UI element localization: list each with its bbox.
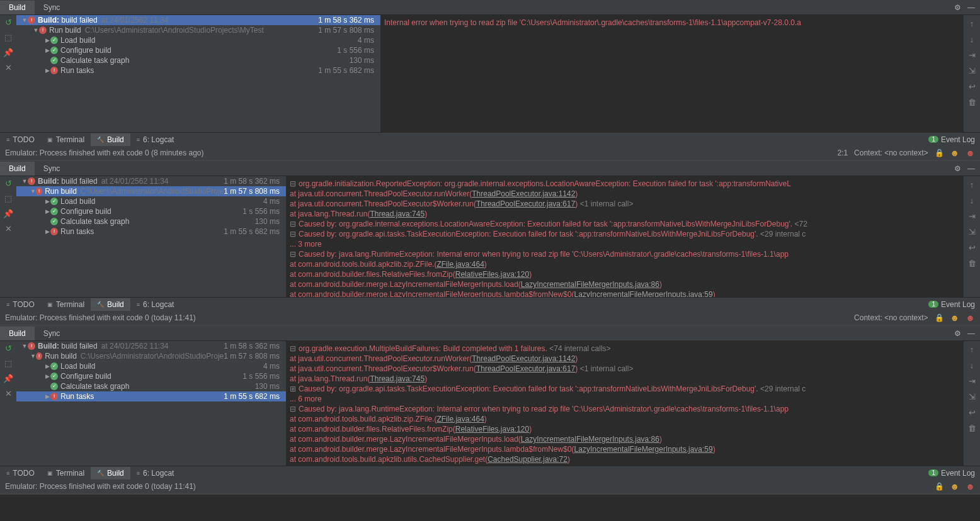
status-face-icon[interactable]: ☻ bbox=[966, 148, 975, 158]
right-gutter-icon-3[interactable]: ⇲ bbox=[969, 227, 976, 237]
source-link[interactable]: ZFile.java:464 bbox=[436, 415, 484, 423]
tree-row[interactable]: ▶✓Configure build1 s 556 ms bbox=[16, 206, 286, 216]
source-link[interactable]: ThreadPoolExecutor.java:617 bbox=[476, 364, 575, 373]
tree-row[interactable]: ✓Calculate task graph130 ms bbox=[16, 55, 380, 65]
gutter-icon-1[interactable]: ⬚ bbox=[4, 33, 12, 42]
expand-arrow-icon[interactable]: ▶ bbox=[44, 373, 50, 379]
source-link[interactable]: Thread.java:745 bbox=[370, 374, 424, 383]
tree-row[interactable]: ▶✓Load build4 ms bbox=[16, 35, 380, 45]
bottom-tab-terminal[interactable]: ▣Terminal bbox=[41, 133, 91, 146]
status-info[interactable]: Context: <no context> bbox=[854, 313, 928, 322]
source-link[interactable]: LazyIncrementalFileMergerInputs.java:86 bbox=[521, 435, 659, 444]
right-gutter-icon-0[interactable]: ↑ bbox=[970, 180, 974, 189]
expand-arrow-icon[interactable]: ▶ bbox=[44, 67, 50, 74]
expand-arrow-icon[interactable]: ▶ bbox=[44, 228, 50, 235]
gutter-icon-2[interactable]: 📌 bbox=[3, 209, 13, 218]
source-link[interactable]: ThreadPoolExecutor.java:1142 bbox=[472, 354, 575, 363]
fold-icon[interactable]: ⊟ bbox=[290, 344, 296, 353]
bottom-tab-logcat[interactable]: ≡6: Logcat bbox=[130, 298, 181, 311]
expand-arrow-icon[interactable]: ▶ bbox=[44, 393, 50, 400]
lock-icon[interactable]: 🔒 bbox=[935, 148, 944, 157]
expand-arrow-icon[interactable]: ▶ bbox=[44, 47, 50, 53]
right-gutter-icon-3[interactable]: ⇲ bbox=[969, 392, 976, 401]
event-log-button[interactable]: 1Event Log bbox=[928, 469, 975, 478]
console-output[interactable]: ⊟org.gradle.initialization.ReportedExcep… bbox=[286, 176, 964, 297]
tab-build[interactable]: Build bbox=[0, 327, 35, 340]
expand-arrow-icon[interactable]: ▼ bbox=[21, 178, 28, 184]
source-link[interactable]: LazyIncrementalFileMergerInputs.java:86 bbox=[521, 280, 659, 289]
bottom-tab-build[interactable]: 🔨Build bbox=[91, 467, 130, 479]
right-gutter-icon-0[interactable]: ↑ bbox=[970, 19, 974, 28]
tree-row[interactable]: ▶✓Configure build1 s 556 ms bbox=[16, 45, 380, 55]
bottom-tab-terminal[interactable]: ▣Terminal bbox=[41, 298, 91, 311]
gutter-icon-1[interactable]: ⬚ bbox=[4, 359, 12, 368]
bottom-tab-build[interactable]: 🔨Build bbox=[91, 133, 130, 146]
status-info[interactable]: Context: <no context> bbox=[854, 148, 928, 157]
right-gutter-icon-4[interactable]: ↩ bbox=[969, 408, 976, 417]
right-gutter-icon-1[interactable]: ↓ bbox=[970, 35, 974, 44]
gear-icon[interactable]: ⚙ bbox=[954, 329, 961, 338]
source-link[interactable]: LazyIncrementalFileMergerInputs.java:59 bbox=[574, 445, 713, 454]
bottom-tab-todo[interactable]: ≡TODO bbox=[0, 298, 41, 311]
source-link[interactable]: LazyIncrementalFileMergerInputs.java:59 bbox=[574, 290, 713, 297]
source-link[interactable]: ThreadPoolExecutor.java:1142 bbox=[472, 189, 575, 198]
tree-row[interactable]: ▼!Run buildC:\Users\Administrator\Androi… bbox=[16, 186, 286, 196]
bottom-tab-logcat[interactable]: ≡6: Logcat bbox=[130, 467, 181, 479]
right-gutter-icon-4[interactable]: ↩ bbox=[969, 243, 976, 252]
expand-arrow-icon[interactable]: ▶ bbox=[44, 208, 50, 215]
expand-arrow-icon[interactable]: ▼ bbox=[21, 343, 28, 349]
event-log-button[interactable]: 1Event Log bbox=[928, 300, 975, 309]
tab-sync[interactable]: Sync bbox=[35, 162, 69, 176]
tree-row[interactable]: ▼!Run buildC:\Users\Administrator\Androi… bbox=[16, 25, 380, 35]
fold-icon[interactable]: ⊟ bbox=[290, 405, 296, 413]
right-gutter-icon-3[interactable]: ⇲ bbox=[969, 66, 976, 76]
expand-arrow-icon[interactable]: ▶ bbox=[44, 363, 50, 369]
expand-arrow-icon[interactable]: ▼ bbox=[21, 17, 28, 23]
status-face-icon[interactable]: ☻ bbox=[966, 481, 975, 491]
event-log-button[interactable]: 1Event Log bbox=[928, 135, 975, 144]
tree-row[interactable]: ✓Calculate task graph130 ms bbox=[16, 216, 286, 227]
source-link[interactable]: Thread.java:745 bbox=[370, 210, 424, 218]
right-gutter-icon-0[interactable]: ↑ bbox=[970, 345, 974, 354]
fold-icon[interactable]: ⊞ bbox=[290, 384, 296, 393]
tree-row[interactable]: ▼!Build: build failedat 24/01/2562 11:34… bbox=[16, 341, 286, 351]
tab-sync[interactable]: Sync bbox=[35, 1, 69, 14]
lock-icon[interactable]: 🔒 bbox=[935, 482, 944, 491]
status-face-icon[interactable]: ☻ bbox=[950, 148, 960, 158]
console-output[interactable]: ⊟org.gradle.execution.MultipleBuildFailu… bbox=[286, 341, 964, 466]
expand-arrow-icon[interactable]: ▶ bbox=[44, 198, 50, 204]
bottom-tab-build[interactable]: 🔨Build bbox=[91, 298, 130, 311]
console-output[interactable]: Internal error when trying to read zip f… bbox=[380, 15, 964, 132]
status-face-icon[interactable]: ☻ bbox=[950, 313, 960, 323]
right-gutter-icon-2[interactable]: ⇥ bbox=[969, 211, 976, 221]
fold-icon[interactable]: ⊟ bbox=[290, 220, 296, 228]
status-info[interactable]: 2:1 bbox=[837, 148, 848, 157]
right-gutter-icon-5[interactable]: 🗑 bbox=[968, 259, 976, 268]
source-link[interactable]: RelativeFiles.java:120 bbox=[455, 425, 529, 434]
tree-row[interactable]: ▶!Run tasks1 m 55 s 682 ms bbox=[16, 65, 380, 76]
gear-icon[interactable]: ⚙ bbox=[954, 164, 961, 173]
tree-row[interactable]: ▶!Run tasks1 m 55 s 682 ms bbox=[16, 227, 286, 237]
source-link[interactable]: ZFile.java:464 bbox=[436, 260, 484, 269]
minimize-icon[interactable]: — bbox=[967, 164, 975, 173]
tree-row[interactable]: ▶✓Configure build1 s 556 ms bbox=[16, 371, 286, 381]
tree-row[interactable]: ▶✓Load build4 ms bbox=[16, 361, 286, 371]
tree-row[interactable]: ▶!Run tasks1 m 55 s 682 ms bbox=[16, 391, 286, 401]
right-gutter-icon-5[interactable]: 🗑 bbox=[968, 98, 976, 107]
status-face-icon[interactable]: ☻ bbox=[966, 313, 975, 323]
tab-build[interactable]: Build bbox=[0, 1, 35, 14]
source-link[interactable]: ThreadPoolExecutor.java:617 bbox=[476, 199, 575, 208]
tree-row[interactable]: ▶✓Load build4 ms bbox=[16, 196, 286, 206]
gear-icon[interactable]: ⚙ bbox=[954, 3, 961, 12]
gutter-icon-2[interactable]: 📌 bbox=[3, 374, 13, 383]
right-gutter-icon-1[interactable]: ↓ bbox=[970, 361, 974, 370]
bottom-tab-todo[interactable]: ≡TODO bbox=[0, 133, 41, 146]
tree-row[interactable]: ✓Calculate task graph130 ms bbox=[16, 381, 286, 391]
expand-arrow-icon[interactable]: ▶ bbox=[44, 37, 50, 43]
right-gutter-icon-5[interactable]: 🗑 bbox=[968, 423, 976, 433]
tree-row[interactable]: ▼!Run buildC:\Users\Administrator\Androi… bbox=[16, 351, 286, 361]
tab-sync[interactable]: Sync bbox=[35, 327, 69, 340]
gutter-icon-3[interactable]: ✕ bbox=[5, 224, 12, 233]
fold-icon[interactable]: ⊟ bbox=[290, 230, 296, 238]
minimize-icon[interactable]: — bbox=[967, 329, 975, 338]
